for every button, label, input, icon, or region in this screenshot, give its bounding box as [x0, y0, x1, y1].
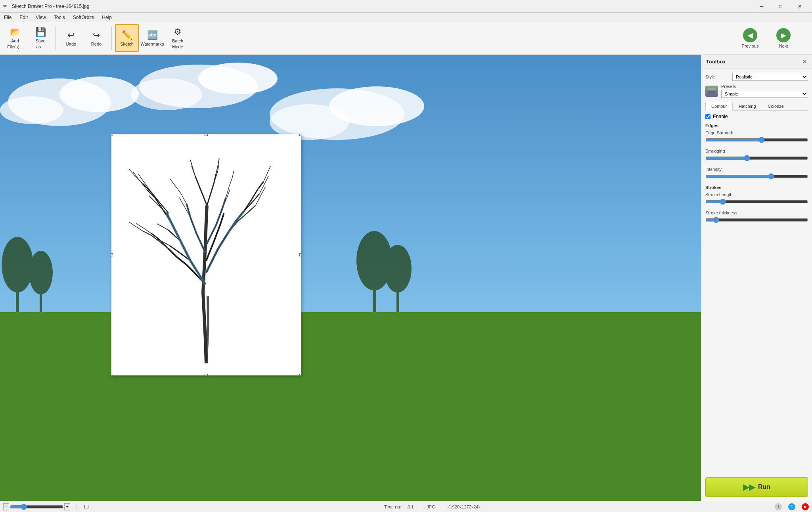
background-image [0, 55, 701, 501]
enable-row: Enable [705, 114, 808, 119]
next-arrow-icon: ▶ [776, 28, 791, 42]
watermarks-button[interactable]: 🔤 Watermarks [140, 24, 164, 52]
svg-point-3 [0, 96, 63, 124]
maximize-button[interactable]: □ [772, 0, 790, 12]
svg-rect-20 [708, 88, 716, 90]
style-row: Style Realistic [705, 73, 808, 81]
batch-mode-button[interactable]: ⚙ Batch Mode [166, 24, 190, 52]
presets-select[interactable]: Simple [721, 90, 808, 98]
presets-section: Presets Simple [705, 84, 808, 98]
handle-right-mid[interactable] [299, 253, 301, 256]
window-controls: ─ □ ✕ [753, 0, 809, 12]
menu-view[interactable]: View [32, 13, 50, 22]
svg-point-5 [198, 63, 278, 94]
presets-svg-icon [707, 87, 716, 95]
handle-bottom-right[interactable] [299, 374, 301, 376]
smudging-group: Smudging [705, 149, 808, 163]
toolbox-title: Toolbox [706, 59, 726, 65]
window-title: Sketch Drawer Pro - tree-164915.jpg [12, 4, 753, 9]
previous-label: Previous [742, 44, 759, 48]
intensity-label: Intensity [705, 167, 808, 172]
svg-rect-21 [708, 91, 716, 94]
stroke-length-slider[interactable] [705, 198, 808, 205]
redo-button[interactable]: ↪ Redo [84, 24, 108, 52]
style-label: Style [705, 75, 729, 79]
status-separator-1 [77, 504, 77, 510]
sketch-label: Sketch [120, 42, 134, 46]
edge-strength-group: Edge Strength [705, 130, 808, 145]
menu-tools[interactable]: Tools [50, 13, 69, 22]
app-icon: ✏ [3, 3, 10, 10]
toolbar-separator-3 [193, 26, 193, 50]
batch-icon: ⚙ [174, 27, 182, 37]
intensity-slider[interactable] [705, 173, 808, 180]
undo-button[interactable]: ↩ Undo [59, 24, 83, 52]
presets-label: Presets [721, 84, 808, 89]
twitter-icon[interactable]: 𝕏 [788, 503, 795, 510]
svg-point-17 [384, 245, 412, 292]
tab-contour[interactable]: Contour [705, 102, 733, 111]
batch-label2: Mode [172, 44, 183, 49]
svg-point-2 [59, 76, 139, 112]
svg-point-13 [29, 251, 53, 294]
svg-rect-18 [0, 312, 701, 501]
svg-point-6 [131, 78, 202, 110]
handle-left-mid[interactable] [111, 253, 113, 256]
youtube-icon[interactable]: ▶ [802, 503, 809, 510]
style-select[interactable]: Realistic [732, 73, 808, 81]
add-files-button[interactable]: 📂 Add File(s)... [3, 24, 27, 52]
status-separator-2 [420, 504, 420, 510]
tab-hatching[interactable]: Hatching [733, 102, 762, 110]
close-button[interactable]: ✕ [791, 0, 809, 12]
zoom-level: 1:1 [83, 504, 89, 509]
tree-sketch-svg [111, 134, 301, 375]
menu-help[interactable]: Help [98, 13, 116, 22]
save-label: Save [35, 38, 45, 43]
menu-softorbits[interactable]: SoftOrbits [69, 13, 98, 22]
previous-button[interactable]: ◀ Previous [734, 24, 766, 52]
menu-file[interactable]: File [0, 13, 15, 22]
enable-label[interactable]: Enable [713, 114, 728, 119]
edge-strength-slider[interactable] [705, 136, 808, 143]
info-button[interactable]: ℹ [775, 503, 782, 510]
handle-bottom-left[interactable] [111, 374, 113, 376]
svg-point-11 [2, 237, 33, 292]
status-bar: − + 1:1 Time (s): 0.1 JPG (1920x1272x24)… [0, 501, 812, 512]
next-button[interactable]: ▶ Next [768, 24, 799, 52]
menu-edit[interactable]: Edit [15, 13, 32, 22]
undo-label: Undo [66, 42, 76, 46]
toolbar-separator-2 [111, 26, 112, 50]
main-layout: Toolbox ✕ Style Realistic [0, 55, 812, 501]
handle-bottom-mid[interactable] [205, 374, 208, 376]
presets-icon [705, 86, 718, 97]
intensity-group: Intensity [705, 167, 808, 181]
redo-icon: ↪ [93, 30, 100, 40]
sketch-button[interactable]: ✏️ Sketch [115, 24, 139, 52]
title-bar: ✏ Sketch Drawer Pro - tree-164915.jpg ─ … [0, 0, 812, 13]
minimize-button[interactable]: ─ [753, 0, 771, 12]
toolbar: 📂 Add File(s)... 💾 Save as... ↩ Undo ↪ R… [0, 22, 812, 55]
zoom-control: − + [3, 503, 70, 510]
zoom-in-button[interactable]: + [64, 503, 70, 510]
save-icon: 💾 [35, 27, 46, 37]
zoom-out-button[interactable]: − [3, 503, 9, 510]
stroke-thickness-slider[interactable] [705, 216, 808, 224]
background-svg [0, 55, 701, 501]
run-label: Run [758, 483, 770, 491]
toolbox-header: Toolbox ✕ [701, 55, 812, 69]
handle-top-left[interactable] [111, 134, 113, 136]
status-separator-3 [442, 504, 442, 510]
strokes-section-heading: Strokes [705, 185, 808, 190]
toolbox-close-button[interactable]: ✕ [802, 58, 807, 65]
smudging-slider[interactable] [705, 155, 808, 162]
zoom-slider[interactable] [10, 503, 63, 510]
edges-section-heading: Edges [705, 123, 808, 128]
enable-checkbox[interactable] [705, 114, 710, 119]
handle-top-mid[interactable] [205, 134, 208, 136]
tab-colorize[interactable]: Colorize [762, 102, 790, 110]
handle-top-right[interactable] [299, 134, 301, 136]
run-button[interactable]: ▶▶ Run [705, 477, 808, 497]
toolbox-panel: Toolbox ✕ Style Realistic [701, 55, 812, 501]
canvas-area[interactable] [0, 55, 701, 501]
save-as-button[interactable]: 💾 Save as... [29, 24, 52, 52]
